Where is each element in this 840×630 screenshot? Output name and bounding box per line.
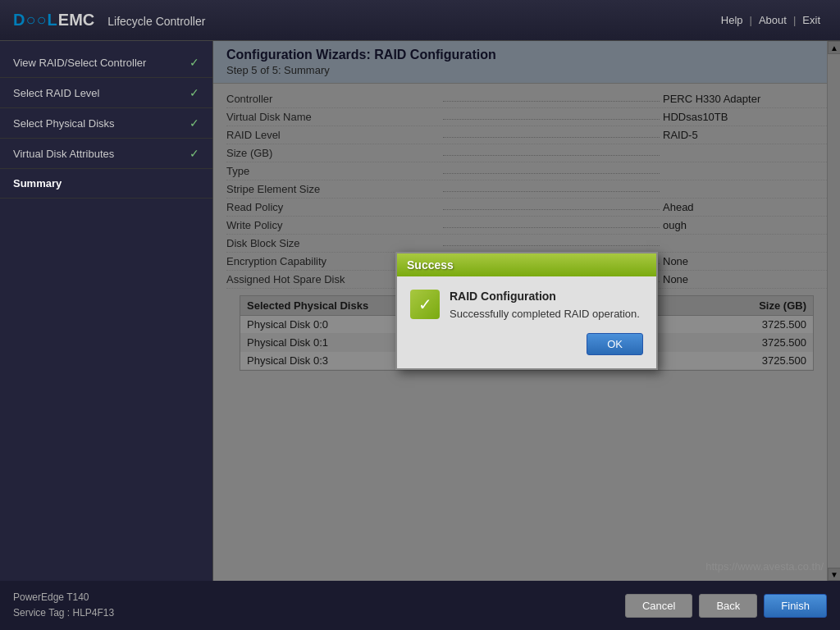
sidebar-label-summary: Summary [13,177,62,189]
sidebar-item-view-raid[interactable]: View RAID/Select Controller ✓ [0,48,212,78]
modal-title-bar: Success [397,253,656,276]
sidebar-label-view-raid: View RAID/Select Controller [13,57,146,69]
device-line1: PowerEdge T140 [13,590,114,605]
modal-overlay: Success ✓ RAID Configuration Successfull… [213,41,840,581]
topbar: D○○L EMC Lifecycle Controller Help | Abo… [0,0,840,41]
logo-area: D○○L EMC Lifecycle Controller [13,11,205,30]
help-link[interactable]: Help [714,14,750,26]
finish-button[interactable]: Finish [764,594,827,618]
checkmark-select-raid-level: ✓ [189,86,199,99]
device-info: PowerEdge T140 Service Tag : HLP4F13 [13,590,114,621]
modal-heading: RAID Configuration [450,290,643,303]
modal-ok-row: OK [410,333,643,355]
cancel-button[interactable]: Cancel [625,594,692,618]
modal-body: ✓ RAID Configuration Successfully comple… [397,276,656,368]
back-button[interactable]: Back [699,594,757,618]
sidebar-item-select-raid-level[interactable]: Select RAID Level ✓ [0,78,212,108]
modal-title-text: Success [407,258,454,272]
checkmark-view-raid: ✓ [189,56,199,69]
sidebar: View RAID/Select Controller ✓ Select RAI… [0,41,213,581]
main-wrapper: View RAID/Select Controller ✓ Select RAI… [0,41,840,581]
emc-logo: EMC [58,11,94,30]
device-line2: Service Tag : HLP4F13 [13,605,114,621]
modal-text-area: RAID Configuration Successfully complete… [450,290,643,320]
modal-message: Successfully completed RAID operation. [450,308,643,320]
checkmark-virtual-disk-attrs: ✓ [189,147,199,160]
sidebar-label-select-physical-disks: Select Physical Disks [13,117,115,130]
app-name: Lifecycle Controller [107,15,205,28]
modal-content-row: ✓ RAID Configuration Successfully comple… [410,290,643,320]
topbar-nav: Help | About | Exit [714,14,827,26]
modal-ok-button[interactable]: OK [587,333,643,355]
about-link[interactable]: About [752,14,793,26]
sidebar-label-select-raid-level: Select RAID Level [13,87,100,99]
success-modal: Success ✓ RAID Configuration Successfull… [395,252,658,370]
sidebar-item-virtual-disk-attrs[interactable]: Virtual Disk Attributes ✓ [0,139,212,169]
sidebar-item-summary[interactable]: Summary [0,169,212,199]
bottombar: PowerEdge T140 Service Tag : HLP4F13 Can… [0,581,840,630]
sidebar-label-virtual-disk-attrs: Virtual Disk Attributes [13,148,114,160]
checkmark-select-physical-disks: ✓ [189,116,199,130]
action-buttons: Cancel Back Finish [625,594,827,618]
sidebar-item-select-physical-disks[interactable]: Select Physical Disks ✓ [0,108,212,139]
content-panel: Configuration Wizards: RAID Configuratio… [213,41,840,581]
dell-logo: D○○L [13,11,58,30]
success-check-icon: ✓ [410,290,440,319]
exit-link[interactable]: Exit [796,14,827,26]
